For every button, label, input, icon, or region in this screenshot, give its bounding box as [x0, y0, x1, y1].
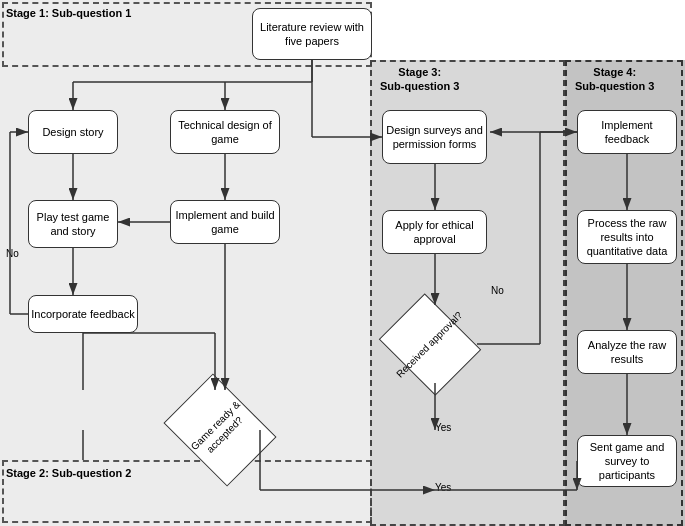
sent-game-node: Sent game and survey to participants [577, 435, 677, 487]
lit-review-node: Literature review with five papers [252, 8, 372, 60]
diagram-container: Stage 1: Sub-question 1 Stage 2: Sub-que… [0, 0, 685, 526]
design-surveys-node: Design surveys and permission forms [382, 110, 487, 164]
stage1-label: Stage 1: Sub-question 1 [6, 6, 131, 20]
game-ready-node: Game ready & accepted? [170, 390, 270, 470]
design-story-node: Design story [28, 110, 118, 154]
stage4-label: Stage 4:Sub-question 3 [575, 65, 654, 94]
technical-design-node: Technical design of game [170, 110, 280, 154]
process-raw-node: Process the raw results into quantitativ… [577, 210, 677, 264]
analyze-raw-node: Analyze the raw results [577, 330, 677, 374]
implement-build-node: Implement and build game [170, 200, 280, 244]
stage3-label: Stage 3:Sub-question 3 [380, 65, 459, 94]
yes-label-2: Yes [435, 482, 451, 493]
apply-ethical-node: Apply for ethical approval [382, 210, 487, 254]
incorporate-feedback-node: Incorporate feedback [28, 295, 138, 333]
no-label-1: No [6, 248, 19, 259]
received-approval-node: Received approval? [382, 305, 477, 383]
yes-label-1: Yes [435, 422, 451, 433]
no-label-2: No [491, 285, 504, 296]
implement-feedback-node: Implement feedback [577, 110, 677, 154]
play-test-node: Play test game and story [28, 200, 118, 248]
stage2-label: Stage 2: Sub-question 2 [6, 466, 131, 480]
